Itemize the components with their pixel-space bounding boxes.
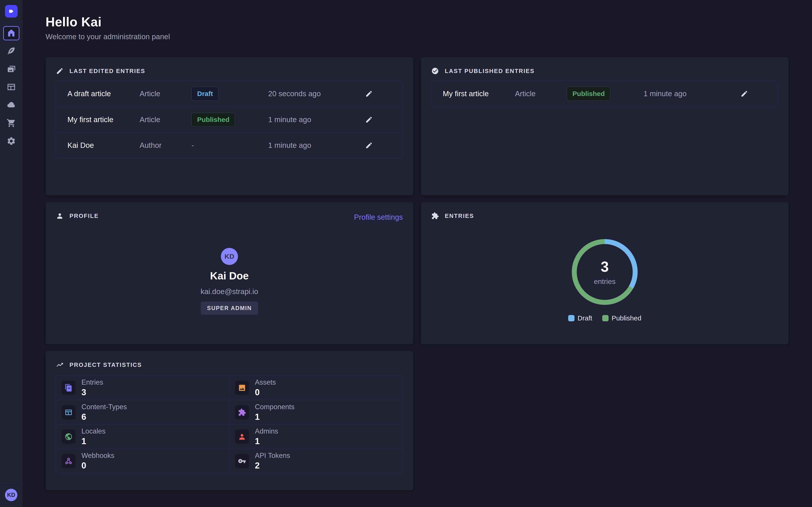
entry-time: 1 minute ago bbox=[268, 115, 365, 124]
last-edited-table: A draft article Article Draft 20 seconds… bbox=[56, 81, 403, 158]
strapi-logo-icon bbox=[8, 8, 15, 15]
sidebar-item-media-library[interactable] bbox=[3, 62, 19, 76]
stat-assets: Assets0 bbox=[230, 376, 403, 400]
entries-total: 3 bbox=[601, 259, 609, 275]
home-icon bbox=[6, 28, 16, 39]
sidebar-nav bbox=[3, 26, 19, 149]
entry-type: Author bbox=[140, 141, 192, 150]
draft-swatch bbox=[568, 315, 574, 321]
page-subtitle: Welcome to your administration panel bbox=[46, 33, 789, 41]
images-icon bbox=[6, 64, 16, 74]
check-circle-icon bbox=[431, 67, 439, 75]
stats-grid: Entries3 Assets0 Content-Types6 Componen… bbox=[56, 376, 403, 473]
edit-entry-button[interactable] bbox=[365, 142, 373, 149]
page-title: Hello Kai bbox=[46, 14, 789, 29]
stat-locales: Locales1 bbox=[56, 424, 230, 449]
entries-chart-card: ENTRIES 3 entries Draft Published bbox=[421, 202, 789, 344]
entry-type: Article bbox=[140, 90, 192, 98]
status-badge: Draft bbox=[192, 87, 218, 101]
card-title: ENTRIES bbox=[445, 213, 474, 220]
stat-api-tokens: API Tokens2 bbox=[230, 449, 403, 473]
entry-name: My first article bbox=[443, 90, 515, 98]
pencil-icon bbox=[365, 142, 373, 149]
profile-card: PROFILE Profile settings KD Kai Doe kai.… bbox=[46, 202, 413, 344]
shopping-cart-icon bbox=[6, 118, 16, 129]
person-icon bbox=[56, 212, 64, 220]
entries-donut-chart: 3 entries bbox=[572, 239, 638, 305]
puzzle-icon bbox=[431, 212, 439, 220]
trending-up-icon bbox=[56, 361, 64, 369]
legend-published: Published bbox=[602, 314, 642, 322]
card-title: PROFILE bbox=[69, 213, 99, 220]
last-edited-entries-card: LAST EDITED ENTRIES A draft article Arti… bbox=[46, 57, 413, 195]
entry-name: Kai Doe bbox=[67, 141, 140, 150]
pencil-icon bbox=[365, 90, 373, 98]
webhook-icon bbox=[62, 454, 75, 468]
table-row: My first article Article Published 1 min… bbox=[432, 81, 778, 107]
table-row: A draft article Article Draft 20 seconds… bbox=[56, 81, 403, 107]
sidebar: KD bbox=[0, 0, 22, 507]
table-row: My first article Article Published 1 min… bbox=[56, 107, 403, 132]
stat-components: Components1 bbox=[230, 400, 403, 424]
gear-icon bbox=[6, 136, 16, 147]
entry-name: My first article bbox=[67, 115, 140, 124]
sidebar-item-cloud[interactable] bbox=[3, 98, 19, 112]
key-icon bbox=[235, 454, 249, 468]
last-published-entries-card: LAST PUBLISHED ENTRIES My first article … bbox=[421, 57, 789, 195]
stat-entries: Entries3 bbox=[56, 376, 230, 400]
puzzle-icon bbox=[235, 405, 249, 419]
chart-legend: Draft Published bbox=[421, 314, 789, 322]
admin-user-icon bbox=[235, 430, 249, 444]
profile-settings-link[interactable]: Profile settings bbox=[354, 213, 403, 222]
entry-name: A draft article bbox=[67, 90, 140, 98]
entry-time: 20 seconds ago bbox=[268, 90, 365, 98]
entry-time: 1 minute ago bbox=[268, 141, 365, 150]
profile-avatar: KD bbox=[221, 248, 238, 265]
pencil-icon bbox=[56, 67, 64, 75]
entries-caption: entries bbox=[594, 277, 615, 286]
edit-entry-button[interactable] bbox=[365, 90, 373, 98]
layout-icon bbox=[6, 82, 16, 93]
project-statistics-card: PROJECT STATISTICS Entries3 Assets0 Cont… bbox=[46, 351, 413, 490]
pencil-icon bbox=[365, 116, 373, 123]
image-icon bbox=[235, 381, 249, 395]
entry-type: Article bbox=[515, 90, 567, 98]
feather-pen-icon bbox=[6, 46, 16, 57]
table-row: Kai Doe Author - 1 minute ago bbox=[56, 132, 403, 158]
cloud-icon bbox=[6, 100, 16, 111]
entry-time: 1 minute ago bbox=[644, 90, 741, 98]
stat-admins: Admins1 bbox=[230, 424, 403, 449]
status-badge: Published bbox=[567, 87, 610, 101]
last-published-table: My first article Article Published 1 min… bbox=[431, 81, 778, 107]
sidebar-item-content-manager[interactable] bbox=[3, 44, 19, 58]
card-title: PROJECT STATISTICS bbox=[69, 361, 142, 369]
entry-type: Article bbox=[140, 115, 192, 124]
status-badge: Published bbox=[192, 113, 235, 127]
edit-entry-button[interactable] bbox=[365, 116, 373, 123]
sidebar-bottom-divider bbox=[0, 483, 22, 484]
card-title: LAST EDITED ENTRIES bbox=[69, 68, 145, 74]
stat-content-types: Content-Types6 bbox=[56, 400, 230, 424]
stat-webhooks: Webhooks0 bbox=[56, 449, 230, 473]
user-avatar[interactable]: KD bbox=[5, 489, 17, 501]
profile-email: kai.doe@strapi.io bbox=[46, 287, 413, 296]
sidebar-item-content-type-builder[interactable] bbox=[3, 80, 19, 95]
published-swatch bbox=[602, 315, 609, 321]
profile-name: Kai Doe bbox=[46, 270, 413, 282]
main-content: Hello Kai Welcome to your administration… bbox=[22, 0, 812, 507]
sidebar-item-settings[interactable] bbox=[3, 134, 19, 149]
legend-draft: Draft bbox=[568, 314, 592, 322]
card-title: LAST PUBLISHED ENTRIES bbox=[445, 68, 535, 74]
role-badge: SUPER ADMIN bbox=[201, 301, 258, 315]
edit-entry-button[interactable] bbox=[741, 90, 748, 98]
pencil-icon bbox=[741, 90, 748, 98]
sidebar-item-marketplace[interactable] bbox=[3, 116, 19, 130]
strapi-logo bbox=[5, 5, 17, 17]
sidebar-item-home[interactable] bbox=[3, 26, 19, 40]
documents-icon bbox=[62, 381, 75, 395]
layout-icon bbox=[62, 405, 75, 419]
globe-icon bbox=[62, 430, 75, 444]
status-dash: - bbox=[192, 141, 194, 150]
